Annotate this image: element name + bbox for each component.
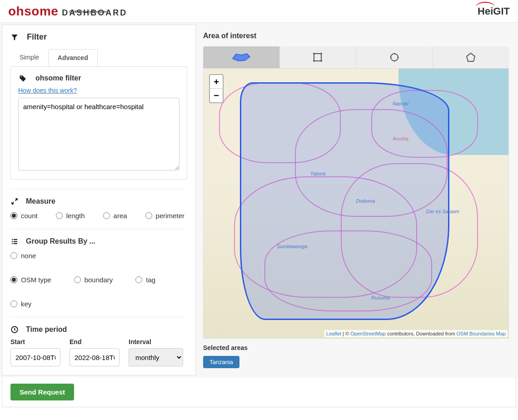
interval-select[interactable]: monthly (129, 348, 183, 366)
svg-point-3 (320, 53, 322, 55)
radio-area[interactable]: area (103, 212, 127, 220)
circle-icon (389, 52, 399, 62)
svg-point-4 (313, 60, 315, 62)
top-bar: ohsome DASHBOARD OSM History Analyzer He… (0, 0, 518, 23)
radio-count-label: count (21, 212, 38, 220)
filter-title: Filter (10, 32, 187, 42)
filter-tabs: Simple Advanced (10, 49, 187, 67)
start-label: Start (10, 338, 60, 345)
time-head: Time period (10, 325, 187, 334)
attr-sep: | © (341, 331, 350, 336)
attr-leaflet[interactable]: Leaflet (326, 331, 341, 336)
radio-length-label: length (66, 212, 85, 220)
radio-boundary[interactable]: boundary (74, 276, 113, 284)
map-attribution: Leaflet | © OpenStreetMap contributors, … (324, 330, 508, 337)
measure-section: Measure count length area perimeter (10, 189, 187, 220)
measure-head: Measure (10, 197, 187, 205)
radio-tag[interactable]: tag (135, 276, 155, 284)
brand-subtitle: OSM History Analyzer (69, 10, 107, 14)
svg-marker-11 (467, 53, 475, 61)
list-icon (10, 237, 19, 245)
polygon-icon (466, 52, 476, 62)
groupby-section: Group Results By ... none OSM type bound… (10, 229, 187, 308)
aoi-toolbar (203, 46, 509, 68)
groupby-radios: none OSM type boundary tag key (10, 252, 183, 308)
tool-rectangle[interactable] (280, 46, 357, 68)
rectangle-icon (313, 52, 323, 62)
clock-icon (10, 325, 19, 334)
time-row: Start End Interval monthly (10, 338, 187, 366)
radio-osmtype[interactable]: OSM type (10, 276, 51, 284)
svg-rect-1 (314, 54, 321, 61)
brand: ohsome DASHBOARD OSM History Analyzer (8, 4, 169, 19)
zoom-in-button[interactable]: + (210, 75, 223, 89)
radio-length[interactable]: length (56, 212, 85, 220)
time-section: Time period Start End Interval monthly (10, 317, 187, 366)
radio-key[interactable]: key (10, 300, 31, 308)
zoom-out-button[interactable]: − (210, 89, 223, 102)
radio-perimeter[interactable]: perimeter (145, 212, 184, 220)
radio-tag-label: tag (146, 276, 155, 284)
selected-areas: Selected areas Tanzania (203, 344, 509, 368)
send-request-button[interactable]: Send Request (10, 384, 74, 400)
radio-perimeter-label: perimeter (156, 212, 184, 220)
radio-key-label: key (21, 300, 31, 308)
selected-areas-label: Selected areas (203, 344, 509, 351)
svg-point-5 (320, 60, 322, 62)
svg-point-8 (393, 60, 395, 62)
attr-mid: contributors, Downloaded from (386, 331, 457, 336)
tags-icon (18, 74, 28, 82)
brand-name: ohsome (8, 4, 58, 19)
measure-title: Measure (26, 197, 55, 205)
groupby-head: Group Results By ... (10, 237, 187, 245)
selected-polygon (240, 82, 449, 320)
svg-point-6 (391, 54, 398, 61)
radio-none-label: none (21, 252, 36, 260)
advanced-filter-box: ohsome filter How does this work? (10, 66, 187, 180)
tab-simple[interactable]: Simple (10, 49, 48, 66)
filter-icon (10, 33, 19, 41)
radio-none[interactable]: none (10, 252, 183, 260)
radio-boundary-label: boundary (85, 276, 113, 284)
attr-osm[interactable]: OpenStreetMap (350, 331, 386, 336)
attr-bounds[interactable]: OSM Boundaries Map (457, 331, 506, 336)
map[interactable]: + − Leaflet | © OpenStreetMap contributo… (203, 68, 509, 339)
svg-point-7 (393, 53, 395, 55)
interval-label: Interval (129, 338, 183, 345)
partner-logo[interactable]: HeiGIT (478, 5, 510, 17)
end-input[interactable] (70, 348, 120, 366)
tool-circle[interactable] (356, 46, 433, 68)
radio-count[interactable]: count (10, 212, 38, 220)
groupby-title: Group Results By ... (26, 237, 95, 245)
right-panel: Area of interest + − Le (196, 25, 516, 375)
filter-query-input[interactable] (18, 98, 179, 170)
measure-radios: count length area perimeter (10, 212, 187, 220)
help-link[interactable]: How does this work? (18, 87, 179, 94)
boundary-icon (231, 52, 251, 62)
ohsome-filter-head: ohsome filter (18, 74, 179, 82)
svg-point-9 (390, 57, 391, 58)
tool-polygon[interactable] (433, 46, 509, 68)
svg-point-10 (397, 57, 398, 58)
expand-icon (10, 197, 19, 205)
left-panel: Filter Simple Advanced ohsome filter How… (2, 25, 196, 375)
svg-point-2 (313, 53, 315, 55)
area-chip[interactable]: Tanzania (203, 356, 239, 368)
time-title: Time period (26, 325, 67, 334)
tool-boundary[interactable] (203, 46, 280, 68)
ohsome-filter-label: ohsome filter (35, 74, 81, 82)
tab-advanced[interactable]: Advanced (48, 49, 98, 66)
end-label: End (70, 338, 120, 345)
main: Filter Simple Advanced ohsome filter How… (0, 23, 518, 377)
zoom-control: + − (209, 74, 224, 103)
action-bar: Send Request (2, 377, 516, 407)
start-input[interactable] (10, 348, 60, 366)
radio-osmtype-label: OSM type (21, 276, 51, 284)
radio-area-label: area (114, 212, 127, 220)
aoi-title: Area of interest (203, 32, 509, 40)
filter-title-text: Filter (27, 32, 47, 42)
